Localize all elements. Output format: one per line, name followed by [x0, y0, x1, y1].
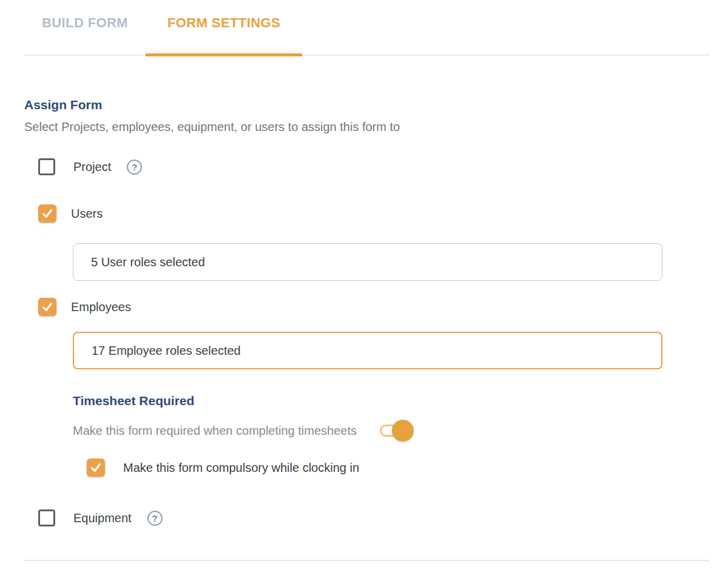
tab-build-form[interactable]: BUILD FORM: [24, 0, 146, 55]
check-icon: [41, 300, 54, 314]
project-help-icon[interactable]: ?: [127, 160, 142, 175]
compulsory-label: Make this form compulsory while clocking…: [123, 460, 359, 475]
check-icon: [89, 461, 103, 474]
check-icon: [41, 207, 54, 220]
users-checkbox[interactable]: [38, 204, 56, 223]
equipment-label: Equipment: [73, 511, 132, 525]
equipment-option-row: Equipment ?: [24, 509, 710, 526]
tab-build-form-label: BUILD FORM: [42, 15, 128, 55]
timesheet-required-title: Timesheet Required: [73, 394, 710, 408]
tab-bar: BUILD FORM FORM SETTINGS: [24, 0, 710, 56]
employees-option-row: Employees: [24, 298, 710, 316]
equipment-help-icon[interactable]: ?: [147, 511, 163, 526]
assign-form-title: Assign Form: [24, 98, 710, 112]
timesheet-required-toggle[interactable]: [380, 420, 414, 442]
users-option-row: Users: [24, 204, 710, 223]
project-option-row: Project ?: [24, 158, 710, 175]
tab-form-settings[interactable]: FORM SETTINGS: [146, 0, 302, 55]
employee-roles-select-value: 17 Employee roles selected: [92, 344, 241, 358]
compulsory-option-row: Make this form compulsory while clocking…: [73, 459, 710, 477]
project-label: Project: [73, 160, 111, 174]
timesheet-required-section: Timesheet Required Make this form requir…: [73, 394, 710, 477]
user-roles-select[interactable]: 5 User roles selected: [73, 243, 662, 281]
timesheet-required-toggle-label: Make this form required when completing …: [73, 423, 357, 438]
timesheet-required-toggle-row: Make this form required when completing …: [73, 420, 710, 442]
users-label: Users: [71, 206, 103, 221]
bottom-divider: [24, 560, 710, 561]
employees-label: Employees: [71, 300, 131, 314]
toggle-knob-icon: [392, 420, 414, 442]
equipment-checkbox[interactable]: [38, 509, 55, 526]
tab-form-settings-label: FORM SETTINGS: [167, 15, 280, 55]
form-settings-panel: Assign Form Select Projects, employees, …: [24, 98, 710, 561]
project-checkbox[interactable]: [38, 158, 55, 175]
employees-checkbox[interactable]: [38, 298, 56, 316]
assign-form-description: Select Projects, employees, equipment, o…: [24, 120, 710, 134]
compulsory-checkbox[interactable]: [87, 459, 105, 477]
employee-roles-select[interactable]: 17 Employee roles selected: [73, 332, 662, 369]
user-roles-select-value: 5 User roles selected: [91, 255, 205, 269]
